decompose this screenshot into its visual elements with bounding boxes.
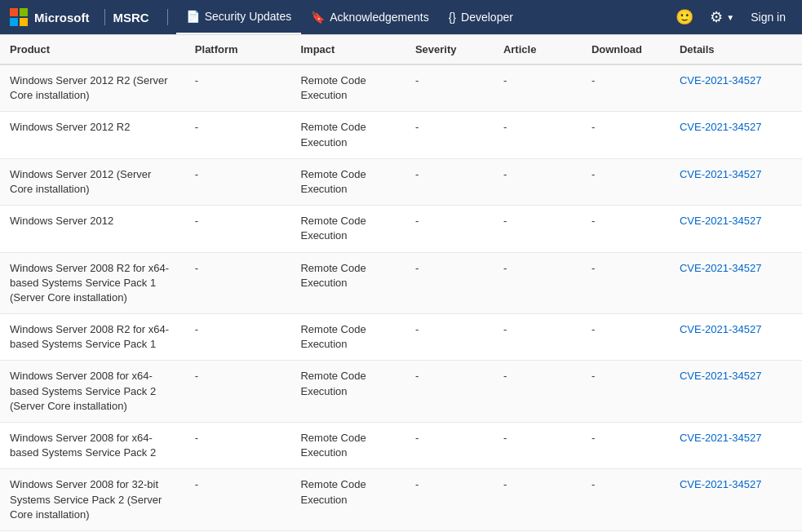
cell-article: - — [494, 361, 582, 423]
cell-platform: - — [185, 314, 291, 361]
cell-download: - — [582, 423, 670, 469]
cell-platform: - — [185, 469, 291, 531]
cve-link[interactable]: CVE-2021-34527 — [680, 215, 761, 227]
cell-severity: - — [405, 423, 494, 469]
col-header-platform: Platform — [185, 35, 291, 65]
cell-platform: - — [185, 361, 291, 423]
cell-severity: - — [405, 361, 494, 423]
cve-link[interactable]: CVE-2021-34527 — [680, 262, 761, 274]
cell-product: Windows Server 2008 R2 for x64-based Sys… — [0, 314, 185, 361]
cell-download: - — [582, 206, 670, 252]
sign-in-button[interactable]: Sign in — [744, 11, 792, 24]
nav-developer[interactable]: {} Developer — [439, 0, 523, 34]
cell-severity: - — [405, 158, 494, 205]
table-row: Windows Server 2008 for x64-based System… — [0, 361, 802, 423]
cell-article: - — [494, 423, 582, 469]
cell-details: CVE-2021-34527 — [670, 469, 802, 531]
gear-icon: ⚙ — [710, 8, 723, 26]
cell-article: - — [494, 314, 582, 361]
col-header-product: Product — [0, 35, 185, 65]
cve-link[interactable]: CVE-2021-34527 — [680, 478, 761, 490]
table-body: Windows Server 2012 R2 (Server Core inst… — [0, 64, 802, 530]
microsoft-logo-icon — [10, 8, 28, 26]
cell-product: Windows Server 2012 R2 (Server Core inst… — [0, 64, 185, 112]
cell-platform: - — [185, 206, 291, 252]
cell-download: - — [582, 469, 670, 531]
cell-severity: - — [405, 314, 494, 361]
cell-platform: - — [185, 112, 291, 158]
table-row: Windows Server 2008 R2 for x64-based Sys… — [0, 314, 802, 361]
msrc-label: MSRC — [113, 11, 149, 24]
table-row: Windows Server 2008 R2 for x64-based Sys… — [0, 252, 802, 314]
cell-product: Windows Server 2008 R2 for x64-based Sys… — [0, 252, 185, 314]
cell-download: - — [582, 361, 670, 423]
cve-link[interactable]: CVE-2021-34527 — [680, 323, 761, 335]
navigation: Microsoft MSRC 📄 Security Updates 🔖 Ackn… — [0, 0, 802, 34]
cell-details: CVE-2021-34527 — [670, 158, 802, 205]
table-row: Windows Server 2012 R2 (Server Core inst… — [0, 64, 802, 112]
cell-article: - — [494, 206, 582, 252]
cell-article: - — [494, 112, 582, 158]
cell-article: - — [494, 252, 582, 314]
nav-acknowledgements[interactable]: 🔖 Acknowledgements — [301, 0, 438, 34]
cell-platform: - — [185, 423, 291, 469]
cve-link[interactable]: CVE-2021-34527 — [680, 74, 761, 86]
smiley-button[interactable]: 🙂 — [669, 5, 700, 29]
code-icon: {} — [449, 11, 456, 24]
cell-download: - — [582, 314, 670, 361]
col-header-details: Details — [670, 35, 802, 65]
cell-product: Windows Server 2012 R2 — [0, 112, 185, 158]
cell-product: Windows Server 2008 for x64-based System… — [0, 423, 185, 469]
cell-article: - — [494, 469, 582, 531]
cell-product: Windows Server 2012 (Server Core install… — [0, 158, 185, 205]
cve-link[interactable]: CVE-2021-34527 — [680, 432, 761, 444]
table-container: Product Platform Impact Severity Article… — [0, 34, 802, 532]
cell-details: CVE-2021-34527 — [670, 112, 802, 158]
chevron-down-icon: ▼ — [726, 13, 734, 22]
cell-download: - — [582, 252, 670, 314]
table-row: Windows Server 2012 R2-Remote Code Execu… — [0, 112, 802, 158]
microsoft-label: Microsoft — [34, 11, 90, 24]
cell-impact: Remote Code Execution — [290, 64, 405, 112]
cell-details: CVE-2021-34527 — [670, 64, 802, 112]
cell-impact: Remote Code Execution — [290, 112, 405, 158]
cell-platform: - — [185, 64, 291, 112]
cell-severity: - — [405, 252, 494, 314]
settings-button[interactable]: ⚙ ▼ — [703, 5, 741, 29]
document-icon: 📄 — [186, 10, 200, 23]
cell-impact: Remote Code Execution — [290, 314, 405, 361]
cell-impact: Remote Code Execution — [290, 158, 405, 205]
cell-severity: - — [405, 206, 494, 252]
table-row: Windows Server 2008 for x64-based System… — [0, 423, 802, 469]
cve-link[interactable]: CVE-2021-34527 — [680, 168, 761, 180]
nav-divider — [104, 9, 105, 25]
cell-impact: Remote Code Execution — [290, 423, 405, 469]
cell-details: CVE-2021-34527 — [670, 206, 802, 252]
cve-link[interactable]: CVE-2021-34527 — [680, 121, 761, 133]
smiley-icon: 🙂 — [676, 8, 693, 26]
cell-download: - — [582, 112, 670, 158]
col-header-severity: Severity — [405, 35, 494, 65]
cell-details: CVE-2021-34527 — [670, 423, 802, 469]
cell-product: Windows Server 2012 — [0, 206, 185, 252]
cell-download: - — [582, 158, 670, 205]
cell-details: CVE-2021-34527 — [670, 252, 802, 314]
cell-download: - — [582, 64, 670, 112]
cell-platform: - — [185, 252, 291, 314]
col-header-download: Download — [582, 35, 670, 65]
nav-security-updates[interactable]: 📄 Security Updates — [176, 0, 302, 34]
cell-platform: - — [185, 158, 291, 205]
table-row: Windows Server 2008 for 32-bit Systems S… — [0, 469, 802, 531]
cve-link[interactable]: CVE-2021-34527 — [680, 370, 761, 382]
brand-logo[interactable]: Microsoft — [10, 8, 90, 26]
cell-impact: Remote Code Execution — [290, 469, 405, 531]
cell-impact: Remote Code Execution — [290, 206, 405, 252]
table-header: Product Platform Impact Severity Article… — [0, 35, 802, 65]
cell-product: Windows Server 2008 for x64-based System… — [0, 361, 185, 423]
cell-details: CVE-2021-34527 — [670, 361, 802, 423]
cell-article: - — [494, 158, 582, 205]
cell-severity: - — [405, 112, 494, 158]
col-header-article: Article — [494, 35, 582, 65]
security-updates-table: Product Platform Impact Severity Article… — [0, 34, 802, 531]
cell-details: CVE-2021-34527 — [670, 314, 802, 361]
